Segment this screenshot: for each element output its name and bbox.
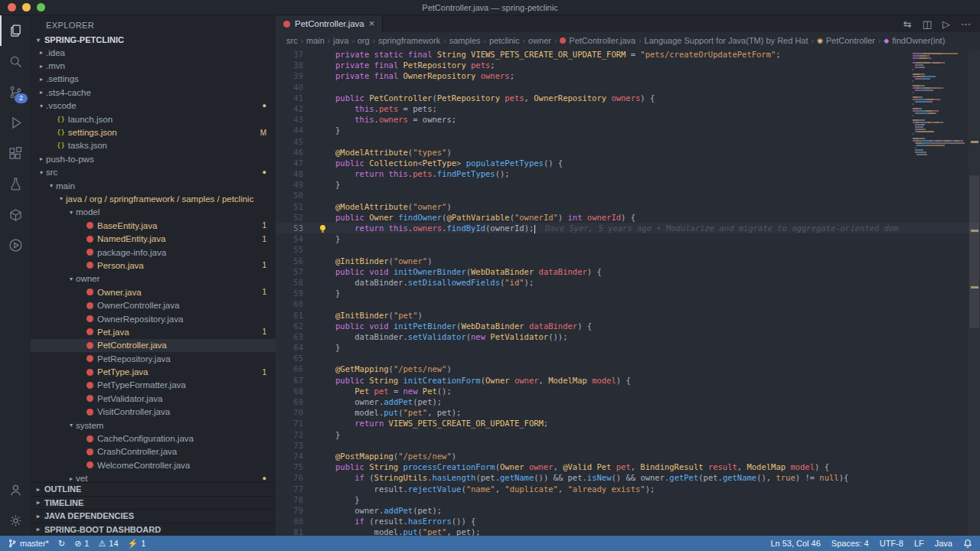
- code-editor[interactable]: 37private static final String VIEWS_PETS…: [276, 49, 980, 536]
- code-line-77[interactable]: 77 result.rejectValue("name", "duplicate…: [276, 484, 980, 494]
- tab-petcontroller[interactable]: PetController.java ×: [276, 15, 383, 32]
- scrollbar-thumb[interactable]: [969, 175, 979, 328]
- breadcrumb-item-petclinic[interactable]: petclinic: [489, 36, 520, 45]
- code-line-76[interactable]: 76 if (StringUtils.hasLength(pet.getName…: [276, 472, 980, 483]
- chevron-down-icon[interactable]: ▾: [47, 182, 56, 189]
- tree-item-welcomecontroller-java[interactable]: WelcomeController.java: [31, 458, 276, 471]
- activity-run-debug-icon[interactable]: [0, 107, 31, 138]
- breadcrumb-item-java[interactable]: java: [333, 36, 348, 45]
- code-line-70[interactable]: 70 model.put("pet", pet);: [276, 407, 980, 418]
- code-line-52[interactable]: 52public Owner findOwner(@PathVariable("…: [276, 212, 980, 223]
- status-eol[interactable]: LF: [914, 539, 924, 548]
- tree-item-push-to-pws[interactable]: ▸push-to-pws: [31, 152, 276, 165]
- code-line-58[interactable]: 58 dataBinder.setDisallowedFields("id");: [276, 277, 980, 288]
- status-notifications[interactable]: [963, 539, 972, 548]
- status-sync[interactable]: ↻: [58, 539, 65, 549]
- code-line-49[interactable]: 49}: [276, 179, 980, 190]
- chevron-down-icon[interactable]: ▾: [67, 422, 76, 429]
- tree-item-package-info-java[interactable]: package-info.java: [31, 246, 276, 259]
- code-line-79[interactable]: 79 owner.addPet(pet);: [276, 505, 980, 516]
- breadcrumb-item-petcontroller[interactable]: ◉PetController: [817, 36, 875, 45]
- tree-item-petrepository-java[interactable]: PetRepository.java: [31, 352, 276, 365]
- chevron-right-icon[interactable]: ▸: [37, 155, 46, 162]
- chevron-down-icon[interactable]: ▾: [37, 103, 46, 109]
- tree-item-model[interactable]: ▾model: [31, 206, 276, 219]
- tree-item-ownercontroller-java[interactable]: OwnerController.java: [31, 298, 276, 311]
- chevron-down-icon[interactable]: ▾: [57, 195, 66, 202]
- code-line-66[interactable]: 66@GetMapping("/pets/new"): [276, 364, 980, 374]
- close-window-button[interactable]: [8, 3, 16, 11]
- tree-item-petvalidator-java[interactable]: PetValidator.java: [31, 392, 276, 405]
- status-boot-apps[interactable]: ⚡1: [128, 539, 146, 549]
- code-line-60[interactable]: 60: [276, 298, 980, 309]
- breadcrumb-item-samples[interactable]: samples: [449, 36, 481, 45]
- breadcrumb-item-findowner-int[interactable]: ◆findOwner(int): [884, 36, 945, 45]
- code-line-39[interactable]: 39private final OwnerRepository owners;: [276, 70, 980, 81]
- code-line-73[interactable]: 73: [276, 440, 980, 451]
- code-line-71[interactable]: 71 return VIEWS_PETS_CREATE_OR_UPDATE_FO…: [276, 418, 980, 429]
- activity-spring-boot-dashboard-icon[interactable]: [0, 230, 31, 260]
- run-file-icon[interactable]: ▷: [942, 18, 950, 30]
- tree-item-cacheconfiguration-java[interactable]: CacheConfiguration.java: [31, 432, 276, 445]
- code-line-72[interactable]: 72}: [276, 429, 980, 440]
- activity-settings-icon[interactable]: [0, 505, 31, 536]
- code-line-74[interactable]: 74@PostMapping("/pets/new"): [276, 451, 980, 461]
- status-cursor-position[interactable]: Ln 53, Col 46: [770, 539, 820, 548]
- tree-item-namedentity-java[interactable]: NamedEntity.java1: [31, 232, 276, 245]
- status-indentation[interactable]: Spaces: 4: [831, 539, 869, 548]
- lightbulb-icon[interactable]: [320, 225, 325, 230]
- tree-item-baseentity-java[interactable]: BaseEntity.java1: [31, 219, 276, 232]
- code-line-65[interactable]: 65: [276, 353, 980, 364]
- activity-explorer-icon[interactable]: [0, 15, 31, 46]
- code-line-45[interactable]: 45: [276, 136, 980, 147]
- tree-item-visitcontroller-java[interactable]: VisitController.java: [31, 406, 276, 419]
- tree-item-vscode[interactable]: ▾.vscode●: [31, 99, 276, 112]
- tree-item-java-org-springframework-samples-petclinic[interactable]: ▾java / org / springframework / samples …: [31, 192, 276, 205]
- breadcrumb-item-springframework[interactable]: springframework: [378, 36, 440, 45]
- status-encoding[interactable]: UTF-8: [880, 539, 903, 548]
- tree-item-settings-json[interactable]: {}settings.jsonM: [31, 126, 276, 139]
- activity-account-icon[interactable]: [0, 474, 31, 505]
- tree-item-tasks-json[interactable]: {}tasks.json: [31, 139, 276, 152]
- minimize-window-button[interactable]: [22, 3, 31, 11]
- project-section-header[interactable]: ▾ SPRING-PETCLINIC: [31, 34, 276, 46]
- tree-item-owner[interactable]: ▾owner: [31, 272, 276, 285]
- code-line-54[interactable]: 54}: [276, 233, 980, 244]
- chevron-right-icon[interactable]: ▸: [67, 475, 76, 482]
- code-line-59[interactable]: 59}: [276, 288, 980, 298]
- activity-extensions-icon[interactable]: [0, 138, 31, 168]
- sidebar-panel-java-dependencies[interactable]: ▸JAVA DEPENDENCIES: [31, 509, 276, 523]
- code-line-44[interactable]: 44}: [276, 125, 980, 135]
- code-line-64[interactable]: 64}: [276, 342, 980, 353]
- chevron-right-icon[interactable]: ▸: [37, 89, 46, 96]
- tree-item-launch-json[interactable]: {}launch.json: [31, 112, 276, 126]
- sidebar-panel-spring-boot-dashboard[interactable]: ▸SPRING-BOOT DASHBOARD: [31, 523, 276, 536]
- code-line-55[interactable]: 55: [276, 244, 980, 255]
- sidebar-panel-outline[interactable]: ▸OUTLINE: [31, 482, 276, 496]
- activity-java-projects-icon[interactable]: [0, 199, 31, 230]
- breadcrumb-item-org[interactable]: org: [358, 36, 370, 45]
- code-line-51[interactable]: 51@ModelAttribute("owner"): [276, 201, 980, 212]
- breadcrumb-item-src[interactable]: src: [286, 36, 298, 45]
- tree-item-pettypeformatter-java[interactable]: PetTypeFormatter.java: [31, 379, 276, 392]
- tree-item-sts4-cache[interactable]: ▸.sts4-cache: [31, 86, 276, 99]
- tree-item-main[interactable]: ▾main: [31, 179, 276, 192]
- code-line-48[interactable]: 48 return this.pets.findPetTypes();: [276, 168, 980, 179]
- maximize-window-button[interactable]: [37, 3, 45, 11]
- tree-item-crashcontroller-java[interactable]: CrashController.java: [31, 445, 276, 458]
- status-warnings[interactable]: ⚠14: [98, 539, 118, 549]
- code-line-47[interactable]: 47public Collection<PetType> populatePet…: [276, 158, 980, 168]
- tree-item-src[interactable]: ▾src●: [31, 166, 276, 179]
- breadcrumb-item-language-support-for-java-tm-by-red-hat[interactable]: Language Support for Java(TM) by Red Hat: [645, 36, 808, 45]
- chevron-right-icon[interactable]: ▸: [37, 49, 46, 56]
- activity-testing-icon[interactable]: [0, 168, 31, 199]
- code-line-38[interactable]: 38private final PetRepository pets;: [276, 60, 980, 70]
- code-line-37[interactable]: 37private static final String VIEWS_PETS…: [276, 49, 980, 60]
- code-line-53[interactable]: 53 return this.owners.findById(ownerId);…: [276, 223, 980, 233]
- activity-search-icon[interactable]: [0, 46, 31, 77]
- tree-item-person-java[interactable]: Person.java1: [31, 259, 276, 272]
- status-git-branch[interactable]: master*: [8, 539, 49, 548]
- code-line-69[interactable]: 69 owner.addPet(pet);: [276, 396, 980, 407]
- breadcrumb-item-petcontroller-java[interactable]: PetController.java: [560, 36, 635, 45]
- code-line-42[interactable]: 42 this.pets = pets;: [276, 103, 980, 114]
